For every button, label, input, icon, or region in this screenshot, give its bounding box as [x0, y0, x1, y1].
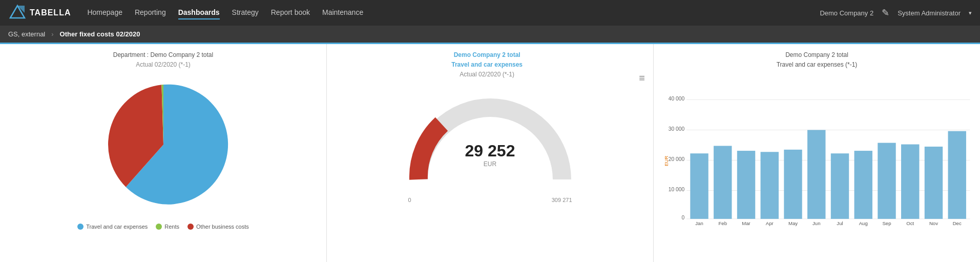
svg-rect-15 [714, 146, 732, 219]
svg-text:EUR: EUR [663, 156, 669, 166]
legend-travel: Travel and car expenses [77, 224, 148, 230]
nav-company: Demo Company 2 [820, 9, 873, 17]
gauge-max: 309 271 [552, 197, 572, 203]
svg-text:10 000: 10 000 [669, 187, 685, 192]
panel2-title-line3: Actual 02/2020 (*-1) [335, 70, 639, 79]
panel2-title-line2: Travel and car expenses [335, 60, 639, 70]
breadcrumb-separator: › [51, 30, 53, 38]
nav-right: Demo Company 2 ✎ System Administrator ▾ [820, 7, 972, 18]
breadcrumb-item2[interactable]: Other fixed costs 02/2020 [60, 30, 140, 38]
bar-chart-svg: 40 000 30 000 20 000 10 000 0 EUR [662, 74, 972, 248]
svg-text:Aug: Aug [859, 221, 868, 227]
edit-icon[interactable]: ✎ [882, 7, 889, 18]
breadcrumb-item1[interactable]: GS, external [8, 30, 45, 38]
gauge-labels: 0 309 271 [408, 197, 572, 203]
panel1-title-line1: Department : Demo Company 2 total [113, 50, 213, 60]
legend-dot-rents [156, 224, 162, 230]
panel3-title: Demo Company 2 total Travel and car expe… [777, 50, 858, 70]
svg-rect-20 [831, 154, 849, 219]
svg-text:0: 0 [682, 215, 685, 221]
legend-label-rents: Rents [164, 224, 179, 230]
logo-text: TABELLA [30, 8, 71, 17]
pie-chart-container [97, 78, 230, 211]
nav-user-dropdown-icon[interactable]: ▾ [969, 10, 972, 16]
panel-gauge: Demo Company 2 total Travel and car expe… [327, 44, 654, 262]
svg-rect-21 [854, 151, 872, 219]
panel-pie: Department : Demo Company 2 total Actual… [0, 44, 327, 262]
pie-chart-svg [97, 78, 230, 211]
bar-chart-area: 40 000 30 000 20 000 10 000 0 EUR [662, 70, 972, 262]
svg-text:May: May [788, 221, 798, 227]
panel2-title-line1: Demo Company 2 total [335, 50, 639, 60]
svg-rect-17 [761, 152, 779, 219]
nav-strategy[interactable]: Strategy [232, 6, 259, 19]
svg-text:20 000: 20 000 [669, 156, 685, 162]
panel-menu-icon[interactable]: ≡ [639, 72, 645, 84]
legend-dot-other [187, 224, 194, 230]
svg-text:30 000: 30 000 [669, 126, 685, 132]
svg-text:Mar: Mar [742, 221, 750, 227]
svg-text:Sep: Sep [882, 221, 891, 227]
svg-text:Dec: Dec [953, 221, 962, 227]
svg-rect-24 [925, 147, 943, 219]
legend-label-travel: Travel and car expenses [86, 224, 148, 230]
nav-links: Homepage Reporting Dashboards Strategy R… [87, 6, 807, 19]
breadcrumb-bar: GS, external › Other fixed costs 02/2020 [0, 26, 980, 44]
svg-text:Jan: Jan [695, 221, 703, 227]
svg-text:Nov: Nov [929, 221, 938, 227]
svg-text:40 000: 40 000 [669, 96, 685, 102]
main-content: Department : Demo Company 2 total Actual… [0, 44, 980, 262]
nav-user[interactable]: System Administrator [898, 9, 961, 17]
svg-rect-16 [737, 151, 755, 219]
gauge-value: 29 252 EUR [465, 142, 515, 168]
svg-rect-18 [784, 150, 802, 219]
tabella-logo-icon [8, 4, 27, 22]
nav-reporting[interactable]: Reporting [135, 6, 166, 19]
gauge-container: 29 252 EUR [408, 92, 572, 195]
nav-maintenance[interactable]: Maintenance [322, 6, 363, 19]
navbar: TABELLA Homepage Reporting Dashboards St… [0, 0, 980, 26]
svg-text:Jul: Jul [837, 221, 843, 227]
legend-rents: Rents [156, 224, 179, 230]
svg-text:Oct: Oct [906, 221, 914, 227]
gauge-min: 0 [408, 197, 411, 203]
gauge-unit: EUR [465, 160, 515, 168]
panel2-title: Demo Company 2 total Travel and car expe… [335, 50, 639, 80]
svg-rect-25 [948, 131, 966, 219]
panel1-title: Department : Demo Company 2 total Actual… [113, 50, 213, 70]
panel3-title-line1: Demo Company 2 total [777, 50, 858, 60]
svg-text:Jun: Jun [812, 221, 820, 227]
panel-bar: Demo Company 2 total Travel and car expe… [654, 44, 980, 262]
pie-legend: Travel and car expenses Rents Other busi… [77, 224, 249, 230]
nav-homepage[interactable]: Homepage [87, 6, 122, 19]
svg-rect-22 [878, 143, 895, 219]
nav-dashboards[interactable]: Dashboards [178, 6, 220, 19]
svg-text:Apr: Apr [766, 221, 774, 227]
svg-rect-19 [807, 130, 825, 219]
svg-text:Feb: Feb [719, 221, 727, 227]
legend-dot-travel [77, 224, 84, 230]
panel3-title-line2: Travel and car expenses (*-1) [777, 60, 858, 70]
logo: TABELLA [8, 4, 71, 22]
svg-rect-23 [901, 145, 919, 219]
gauge-number: 29 252 [465, 142, 515, 160]
legend-other: Other business costs [187, 224, 249, 230]
svg-rect-14 [690, 154, 708, 219]
panel1-title-line2: Actual 02/2020 (*-1) [113, 60, 213, 70]
nav-reportbook[interactable]: Report book [271, 6, 310, 19]
legend-label-other: Other business costs [196, 224, 249, 230]
